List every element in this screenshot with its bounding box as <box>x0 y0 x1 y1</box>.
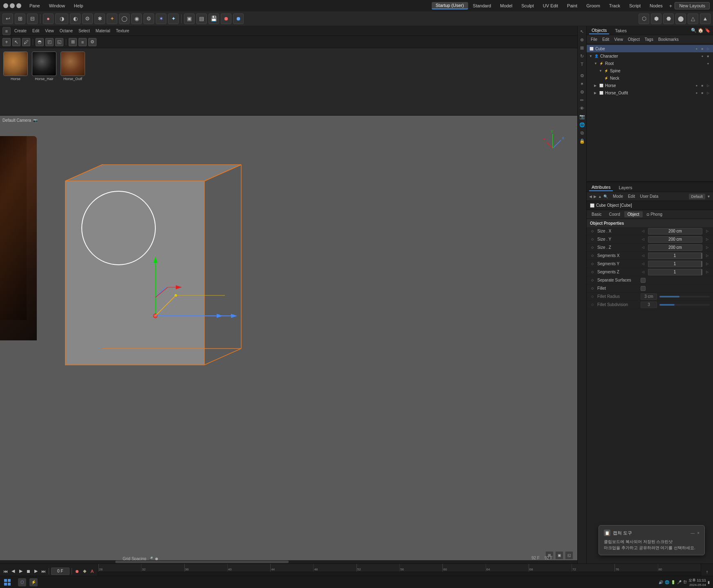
tree-item-character[interactable]: ▼ 👤 Character ● ■ <box>587 52 713 60</box>
toolbar-render-settings[interactable]: ● <box>43 13 54 24</box>
toast-minimize-btn[interactable]: — <box>691 531 695 535</box>
mat-flat-btn[interactable]: ◱ <box>55 38 63 46</box>
new-layouts-button[interactable]: New Layouts <box>675 2 710 9</box>
tl-autokey-btn[interactable]: A <box>89 567 96 575</box>
cube-vis-btn[interactable]: ● <box>694 46 699 51</box>
mat-eyedrop-btn[interactable]: 🖊 <box>22 38 30 46</box>
tl-record-btn[interactable]: ⏺ <box>74 567 81 575</box>
vp-menu-select[interactable]: Select <box>76 28 92 34</box>
mat-grid-btn[interactable]: ⊞ <box>69 38 77 46</box>
tab-sculpt[interactable]: Sculpt <box>517 2 538 9</box>
toolbar-snap-4[interactable]: ⬤ <box>675 13 686 24</box>
mat-add-btn[interactable]: + <box>2 38 11 46</box>
tab-standard[interactable]: Standard <box>469 2 496 9</box>
tree-item-cube[interactable]: ⬜ Cube ● ■ ▷ <box>587 45 713 52</box>
vp-menu-edit[interactable]: Edit <box>30 28 41 34</box>
prop-tab-basic[interactable]: Basic <box>588 211 605 217</box>
mat-cube-btn[interactable]: ◰ <box>45 38 54 46</box>
size-x-input[interactable]: 200 cm <box>648 228 702 235</box>
right-btn-copy[interactable]: ⧉ <box>578 129 586 136</box>
attr-edit-btn[interactable]: Edit <box>626 194 637 199</box>
toolbar-grid[interactable]: ⊞ <box>15 13 25 24</box>
horseoutfit-tag-btn[interactable]: ▷ <box>706 90 711 95</box>
tl-stop-btn[interactable]: ⏹ <box>25 567 32 575</box>
tab-layers[interactable]: Layers <box>616 184 635 191</box>
toolbar-snap-1[interactable]: ⬡ <box>639 13 649 24</box>
right-btn-text[interactable]: T <box>578 60 586 68</box>
vp-menu-create[interactable]: Create <box>12 28 29 34</box>
fillet-subdiv-slider[interactable] <box>659 304 710 306</box>
tab-paint[interactable]: Paint <box>563 2 581 9</box>
cube-lock-btn[interactable]: ■ <box>700 46 705 51</box>
tl-r-btn1[interactable]: ↑ <box>703 568 711 576</box>
size-x-left-arrow[interactable]: ◁ <box>641 229 646 234</box>
toolbar-grid2[interactable]: ⊟ <box>27 13 38 24</box>
right-btn-camera2[interactable]: 📷 <box>578 113 586 120</box>
seg-x-right-arrow[interactable]: ▷ <box>705 253 710 258</box>
toolbar-render-view[interactable]: ◑ <box>55 13 68 24</box>
seg-x-left-arrow[interactable]: ◁ <box>641 253 646 258</box>
tray-icon1[interactable]: 🔊 <box>659 580 663 584</box>
toolbar-camera[interactable]: ▣ <box>184 13 195 24</box>
mat-settings-btn[interactable]: ⚙ <box>88 38 96 46</box>
tab-objects[interactable]: Objects <box>589 27 609 34</box>
mat-item-horse[interactable]: Horse <box>3 51 28 81</box>
vp-hamburger[interactable]: ≡ <box>2 27 11 35</box>
toolbar-undo[interactable]: ↩ <box>2 13 13 24</box>
size-y-input[interactable]: 200 cm <box>648 236 702 243</box>
right-btn-pencil[interactable]: ✏ <box>578 96 586 104</box>
toolbar-render2[interactable]: ▤ <box>196 13 207 24</box>
tab-model[interactable]: Model <box>496 2 516 9</box>
tl-frame-input[interactable] <box>51 568 70 575</box>
horseoutfit-mat-btn[interactable]: ■ <box>700 90 705 95</box>
right-btn-star[interactable]: ✶ <box>578 80 586 87</box>
toast-close-btn[interactable]: × <box>697 531 700 535</box>
size-x-right-arrow[interactable]: ▷ <box>705 229 710 234</box>
right-btn-rotate[interactable]: ↻ <box>578 52 586 60</box>
tl-to-start-btn[interactable]: ⏮ <box>2 567 9 575</box>
tray-icon2[interactable]: 🌐 <box>665 580 669 584</box>
horseoutfit-vis-btn[interactable]: ● <box>694 90 699 95</box>
obj-edit-btn[interactable]: Edit <box>601 37 611 42</box>
mat-list-btn[interactable]: ≡ <box>78 38 87 46</box>
toolbar-record[interactable]: ⏺ <box>221 13 231 24</box>
prop-tab-phong[interactable]: Ω Phong <box>643 211 666 217</box>
view-ctrl-2[interactable]: ▣ <box>555 551 563 559</box>
view-ctrl-3[interactable]: ◱ <box>565 551 573 559</box>
window-min-btn[interactable] <box>10 3 15 8</box>
horse-tag-btn[interactable]: ▷ <box>706 83 711 88</box>
toolbar-mat[interactable]: ◉ <box>131 13 142 24</box>
fillet-radius-input[interactable]: 3 cm <box>641 293 657 300</box>
seg-y-left-arrow[interactable]: ◁ <box>641 262 646 266</box>
toolbar-interactive-render[interactable]: ⚙ <box>82 13 93 24</box>
mat-sphere-btn[interactable]: ◓ <box>36 38 44 46</box>
toolbar-render-all[interactable]: ✱ <box>94 13 105 24</box>
mat-cursor-btn[interactable]: ↖ <box>12 38 20 46</box>
tab-takes[interactable]: Takes <box>612 27 629 34</box>
h-scrollbar[interactable] <box>0 560 577 563</box>
taskbar-app2[interactable]: ⚡ <box>29 578 38 586</box>
size-z-left-arrow[interactable]: ◁ <box>641 245 646 250</box>
menu-help[interactable]: Help <box>70 2 87 9</box>
obj-search-icon[interactable]: 🔍 <box>691 28 697 33</box>
tree-item-spine[interactable]: ▼ ⚡ Spine <box>587 67 713 74</box>
right-btn-settings2[interactable]: ⚙ <box>578 88 586 96</box>
tab-attributes[interactable]: Attributes <box>589 184 613 191</box>
attr-default-label[interactable]: Default <box>689 194 706 199</box>
seg-z-input[interactable]: 1 <box>648 269 702 275</box>
tab-script[interactable]: Script <box>625 2 645 9</box>
seg-z-right-arrow[interactable]: ▷ <box>705 270 710 275</box>
tl-keyframe-btn[interactable]: ◆ <box>81 567 88 575</box>
add-layout-btn[interactable]: + <box>668 3 674 9</box>
attr-dropdown-icon[interactable]: ▼ <box>707 195 711 199</box>
window-close-btn[interactable] <box>3 3 8 8</box>
right-btn-gear[interactable]: ⚙ <box>578 72 586 79</box>
char-vis-btn[interactable]: ● <box>700 54 705 58</box>
prop-tab-coord[interactable]: Coord <box>605 211 623 217</box>
seg-x-input[interactable]: 1 <box>648 253 702 259</box>
tab-nodes[interactable]: Nodes <box>646 2 667 9</box>
show-desktop-btn[interactable]: ▮ <box>708 580 710 584</box>
obj-tags-btn[interactable]: Tags <box>643 37 655 42</box>
attr-search-icon[interactable]: 🔍 <box>603 195 608 199</box>
tl-next-frame-btn[interactable]: ▶ <box>33 567 39 575</box>
